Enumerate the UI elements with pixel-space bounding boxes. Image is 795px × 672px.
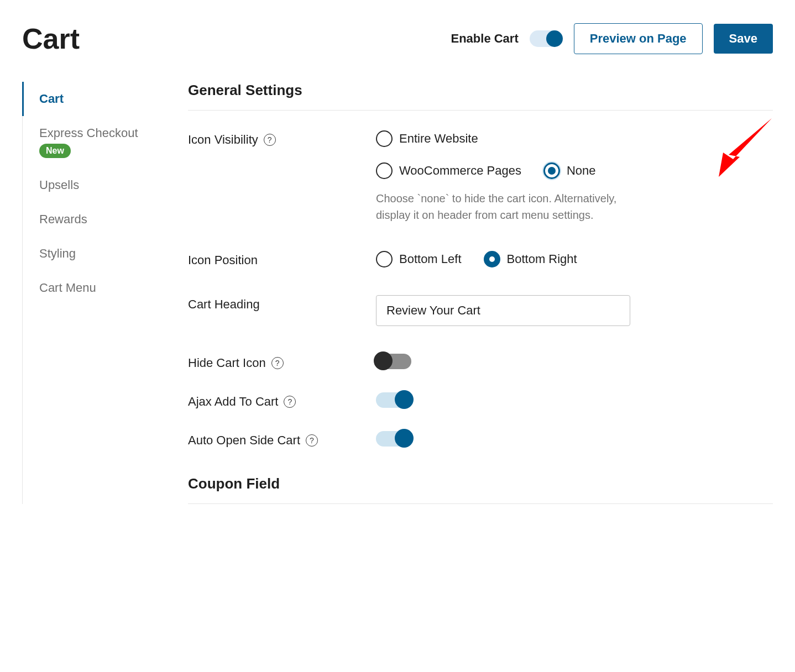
sidebar-item-cart-menu[interactable]: Cart Menu (22, 271, 166, 305)
sidebar-item-label: Styling (39, 246, 76, 260)
sidebar: Cart Express Checkout New Upsells Reward… (22, 82, 166, 504)
sidebar-item-label: Express Checkout (39, 126, 138, 140)
row-cart-heading: Cart Heading (188, 295, 773, 326)
radio-none[interactable]: None (543, 162, 596, 179)
cart-heading-input[interactable] (376, 295, 630, 326)
save-button[interactable]: Save (714, 24, 773, 54)
radio-woocommerce-pages[interactable]: WooCommerce Pages (376, 162, 521, 179)
radio-label: Bottom Left (399, 252, 462, 266)
new-badge: New (39, 144, 71, 158)
enable-cart-label: Enable Cart (451, 32, 518, 46)
row-auto-open-side-cart: Auto Open Side Cart ? (188, 431, 773, 448)
field-label: Icon Position (188, 253, 258, 267)
sidebar-item-label: Cart Menu (39, 281, 96, 295)
field-label: Ajax Add To Cart (188, 395, 278, 409)
help-icon[interactable]: ? (271, 357, 284, 369)
radio-label: WooCommerce Pages (399, 164, 521, 178)
sidebar-item-express-checkout[interactable]: Express Checkout New (22, 116, 166, 168)
help-icon[interactable]: ? (306, 434, 318, 447)
row-ajax-add-to-cart: Ajax Add To Cart ? (188, 392, 773, 409)
main-content: General Settings Icon Visibility ? Entir… (188, 82, 773, 504)
row-icon-position: Icon Position Bottom Left Bottom Right (188, 251, 773, 267)
field-label: Icon Visibility (188, 133, 258, 147)
radio-bottom-left[interactable]: Bottom Left (376, 251, 462, 267)
help-text: Choose `none` to hide the cart icon. Alt… (376, 190, 619, 223)
hide-cart-icon-toggle[interactable] (376, 354, 411, 369)
enable-cart-toggle[interactable] (530, 30, 563, 47)
page-header: Cart Enable Cart Preview on Page Save (22, 22, 773, 55)
radio-icon (376, 130, 393, 147)
radio-icon (484, 251, 500, 267)
row-hide-cart-icon: Hide Cart Icon ? (188, 354, 773, 370)
field-label: Cart Heading (188, 297, 260, 312)
sidebar-item-rewards[interactable]: Rewards (22, 202, 166, 237)
section-title-coupon: Coupon Field (188, 475, 773, 504)
radio-label: Entire Website (399, 132, 478, 146)
radio-icon (543, 162, 560, 179)
radio-label: Bottom Right (507, 252, 577, 266)
sidebar-item-label: Upsells (39, 178, 79, 192)
help-icon[interactable]: ? (264, 134, 276, 146)
ajax-add-toggle[interactable] (376, 392, 411, 408)
radio-label: None (567, 164, 596, 178)
sidebar-item-cart[interactable]: Cart (22, 82, 166, 116)
sidebar-item-upsells[interactable]: Upsells (22, 168, 166, 202)
page-title: Cart (22, 22, 80, 55)
sidebar-item-styling[interactable]: Styling (22, 237, 166, 271)
header-actions: Enable Cart Preview on Page Save (451, 23, 773, 54)
section-title-general: General Settings (188, 82, 773, 111)
radio-icon (376, 251, 393, 267)
radio-icon (376, 162, 393, 179)
help-icon[interactable]: ? (284, 396, 296, 408)
sidebar-item-label: Cart (39, 92, 64, 106)
radio-entire-website[interactable]: Entire Website (376, 130, 478, 147)
preview-button[interactable]: Preview on Page (574, 23, 703, 54)
row-icon-visibility: Icon Visibility ? Entire Website WooComm… (188, 130, 773, 223)
field-label: Auto Open Side Cart (188, 433, 300, 448)
radio-bottom-right[interactable]: Bottom Right (484, 251, 577, 267)
auto-open-toggle[interactable] (376, 431, 411, 447)
sidebar-item-label: Rewards (39, 212, 87, 226)
field-label: Hide Cart Icon (188, 356, 266, 370)
